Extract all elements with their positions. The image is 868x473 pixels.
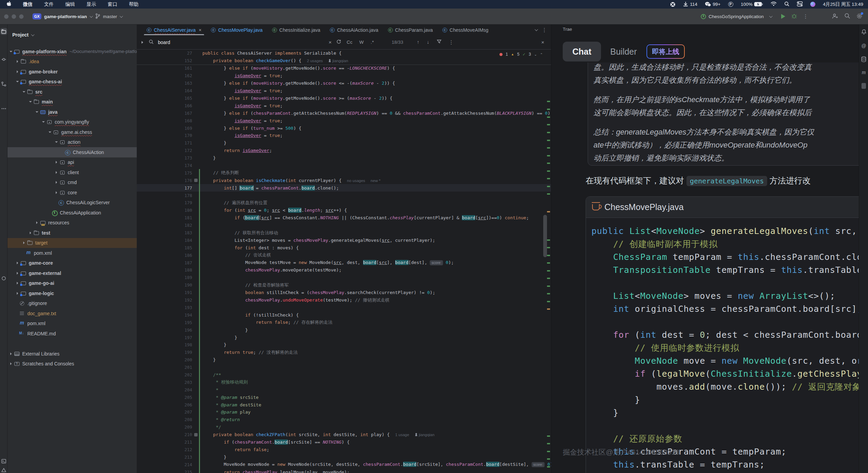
stripe-mark-green[interactable]: [547, 458, 550, 460]
tab-builder[interactable]: Builder: [610, 42, 637, 61]
code-line-165[interactable]: 165 } else if (moveHistory.getMoveNode()…: [137, 95, 551, 102]
previous-match-button[interactable]: ↑: [417, 39, 419, 45]
stripe-mark-orange[interactable]: [547, 308, 550, 310]
wechat-status-icon[interactable]: 99+: [705, 2, 721, 7]
code-line-190[interactable]: 190 // 检查是否解除将军: [137, 281, 551, 289]
siri-icon[interactable]: [810, 2, 815, 7]
inspection-widget[interactable]: 1 ▲ 5 ✓ 3 ⌄ ⌃: [498, 51, 544, 57]
author-hint[interactable]: jiangqian: [415, 433, 435, 437]
tree-item-game-platform-xian[interactable]: game-platform-xian~/Documents/myself/gam…: [8, 46, 137, 57]
tree-item-game-external[interactable]: game-external: [8, 268, 137, 278]
code-line-208[interactable]: 208 * @return: [137, 416, 551, 423]
code-line-172[interactable]: 172 return isGameOver;: [137, 147, 551, 154]
tree-item-cmd[interactable]: cmd: [8, 178, 137, 188]
tree-item-scratchesandconsoles[interactable]: Scratches and Consoles: [8, 359, 137, 369]
stripe-mark-green[interactable]: [547, 186, 550, 187]
stripe-mark-green[interactable]: [547, 170, 550, 172]
device-tool-icon[interactable]: [860, 83, 867, 89]
code-line-173[interactable]: 173 }: [137, 154, 551, 162]
expand-search-icon[interactable]: [142, 41, 143, 44]
code-line-186[interactable]: 186 // 尝试走棋: [137, 251, 551, 259]
run-button[interactable]: [781, 14, 785, 19]
editor-tab-chessparam.java[interactable]: CChessParam.java: [383, 25, 438, 35]
stripe-mark-green[interactable]: [547, 278, 550, 279]
code-line-212[interactable]: 212 return false;: [137, 446, 551, 453]
stripe-mark-green[interactable]: [547, 293, 550, 294]
tree-item-game-core[interactable]: game-core: [8, 258, 137, 268]
chevron-right-icon[interactable]: [17, 60, 18, 63]
chevron-right-icon[interactable]: [56, 171, 57, 174]
tree-item-docgame.txt[interactable]: doc_game.txt: [8, 308, 137, 319]
chevron-right-icon[interactable]: [36, 221, 38, 224]
settings-button[interactable]: [856, 13, 863, 20]
stripe-mark-green[interactable]: [547, 443, 550, 444]
chevron-down-icon[interactable]: [23, 91, 25, 93]
stripe-mark-green[interactable]: [547, 116, 550, 118]
project-panel-header[interactable]: Project: [12, 32, 34, 38]
code-line-175[interactable]: 175 // 绝杀判断: [137, 169, 551, 177]
search-history-icon[interactable]: [336, 39, 341, 45]
filter-icon[interactable]: [437, 39, 441, 45]
stripe-mark-green[interactable]: [547, 109, 550, 110]
problems-tool-icon[interactable]: [0, 467, 7, 473]
stripe-mark-green[interactable]: [547, 155, 550, 156]
stripe-mark-green[interactable]: [547, 435, 550, 437]
code-line-171[interactable]: 171 }: [137, 139, 551, 147]
stripe-mark-green[interactable]: [547, 178, 550, 179]
menubar-item-edit[interactable]: 编辑: [65, 1, 75, 8]
wifi-icon[interactable]: [771, 1, 777, 7]
notifications-bell-icon[interactable]: [860, 29, 867, 35]
search-everywhere-button[interactable]: [844, 13, 850, 20]
stripe-mark-green[interactable]: [547, 163, 550, 164]
stripe-mark-green[interactable]: [547, 132, 550, 133]
code-line-174[interactable]: 174: [137, 162, 551, 169]
stripe-mark-green[interactable]: [547, 286, 550, 287]
chevron-down-icon[interactable]: [10, 51, 12, 52]
code-line-189[interactable]: 189: [137, 274, 551, 281]
gutter-marker-icon[interactable]: [194, 179, 198, 182]
code-line-177[interactable]: 177 int[] board = chessParamCont.board.c…: [137, 184, 551, 192]
editor-tab-chessmoveplay.java[interactable]: CChessMovePlay.java: [206, 25, 267, 35]
tree-item-client[interactable]: client: [8, 167, 137, 178]
code-line-213[interactable]: 213 }: [137, 453, 551, 461]
code-line-168[interactable]: 168 isGameOver = true;: [137, 117, 551, 124]
prev-problem-button[interactable]: ⌃: [540, 53, 543, 56]
stripe-mark-orange[interactable]: [547, 211, 550, 212]
database-tool-icon[interactable]: [860, 56, 867, 62]
chevron-right-icon[interactable]: [23, 241, 25, 244]
chevron-right-icon[interactable]: [17, 292, 18, 295]
code-line-198[interactable]: 198 }: [137, 341, 551, 349]
chevron-down-icon[interactable]: [16, 81, 19, 82]
code-line-204[interactable]: 204 *: [137, 386, 551, 393]
code-line-180[interactable]: 180 for (int src = 0; src < board.length…: [137, 207, 551, 214]
run-configuration-selector[interactable]: ChessGoSpringApplication: [701, 14, 775, 19]
stripe-mark-green[interactable]: [547, 239, 550, 241]
match-case-toggle[interactable]: Cc: [347, 40, 352, 45]
tree-item-.gitignore[interactable]: .gitignore: [8, 298, 137, 309]
more-tools-icon[interactable]: [0, 105, 7, 112]
tree-item-pom.xml[interactable]: pom.xml: [8, 248, 137, 258]
code-block-header[interactable]: ChessMovePlay.java: [586, 197, 859, 218]
search-input[interactable]: board ×: [154, 39, 332, 45]
code-line-179[interactable]: 179 // 遍历棋盘所有位置: [137, 199, 551, 207]
regex-toggle[interactable]: .*: [371, 40, 374, 45]
ai-assistant-icon[interactable]: @: [860, 42, 867, 49]
gutter-marker-icon[interactable]: [194, 433, 198, 436]
code-line-206[interactable]: 206 * @param destSite: [137, 401, 551, 408]
stripe-mark-green[interactable]: [547, 451, 550, 452]
chevron-right-icon[interactable]: [56, 161, 57, 164]
tree-item-chessaiapplication[interactable]: ChessAiApplication: [8, 208, 137, 218]
stripe-mark-green[interactable]: [547, 270, 550, 272]
tree-item-main[interactable]: main: [8, 97, 137, 107]
chevron-right-icon[interactable]: [17, 272, 18, 275]
tree-item-test[interactable]: test: [8, 228, 137, 238]
tab-chat[interactable]: Chat: [563, 42, 601, 61]
code-line-176[interactable]: 176 private boolean isCheckmate(int curr…: [137, 177, 551, 184]
tree-item-com.yingyangfly[interactable]: com.yingyangfly: [8, 117, 137, 127]
clear-search-icon[interactable]: ×: [329, 39, 332, 45]
editor-tab-chessinitialize.java[interactable]: CChessInitialize.java: [267, 25, 325, 35]
more-actions-button[interactable]: ⋮: [803, 13, 808, 19]
apple-logo-icon[interactable]: [6, 1, 11, 8]
close-tab-icon[interactable]: ×: [199, 27, 201, 33]
code-line-201[interactable]: 201: [137, 364, 551, 371]
